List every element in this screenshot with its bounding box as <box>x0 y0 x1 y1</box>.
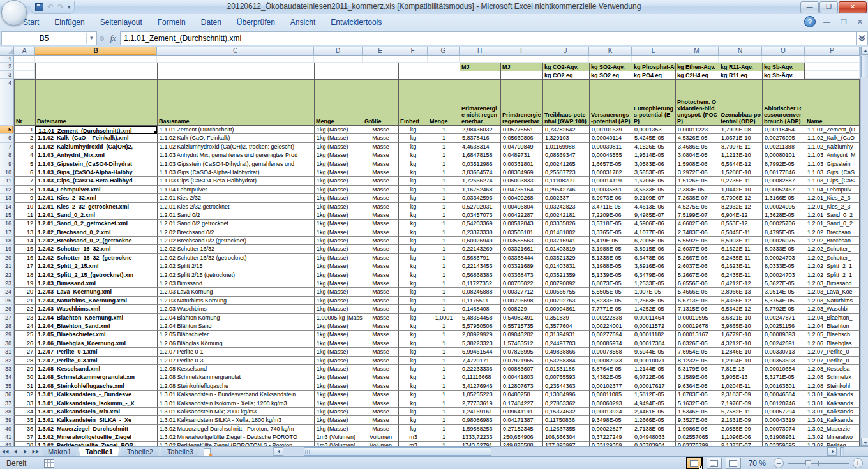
cell[interactable]: kg Sb-Äqv. <box>762 71 805 79</box>
insert-function-icon[interactable]: fx <box>106 32 120 45</box>
cell[interactable]: 1.2.05_Blaehsch <box>805 331 860 339</box>
cell[interactable]: 1kg (Masse) <box>314 357 363 365</box>
cell[interactable]: 1.3.01_Kalksands <box>805 408 860 416</box>
cell[interactable]: 1.2.02_Brechsand_0_2.xml <box>35 228 157 237</box>
cell[interactable]: Masse <box>363 331 398 339</box>
cell[interactable]: 0,00078558 <box>589 348 632 356</box>
cell[interactable]: 1kg (Masse) <box>314 382 363 391</box>
page-break-view-button[interactable] <box>726 458 741 469</box>
cell-header[interactable]: Treibhaus-potential (GWP 100) <box>542 79 589 126</box>
cell[interactable]: 1kg (Masse) <box>314 228 363 237</box>
cell[interactable]: 1.2.06 Blähglas Körnung <box>157 339 314 348</box>
cell[interactable]: 0,52702031 <box>460 203 500 211</box>
cell[interactable]: 5,2667E-06 <box>675 271 719 279</box>
zoom-out-icon[interactable]: – <box>774 458 784 468</box>
cell[interactable]: 0,00011182 <box>632 331 675 339</box>
column-header-J[interactable]: J <box>542 47 589 56</box>
cell[interactable]: 0,00101639 <box>589 126 632 134</box>
cell[interactable] <box>428 71 460 79</box>
cell[interactable] <box>805 63 860 71</box>
cell[interactable]: 0,04799849 <box>500 143 542 151</box>
cell[interactable]: kg <box>398 322 428 331</box>
cell[interactable]: kg <box>398 220 428 228</box>
cell[interactable]: 5,38223323 <box>460 339 500 348</box>
cell[interactable]: 1.1.03_Gips_(CaSO4-Beta-Halbhyd <box>35 177 157 185</box>
help-icon[interactable]: ? <box>804 16 816 27</box>
cell[interactable]: 1.1.03_Gips_(CaS <box>805 168 860 177</box>
cell[interactable]: 6,1622E-11 <box>719 245 762 253</box>
cell[interactable]: Masse <box>363 305 398 313</box>
cell[interactable]: 3,2972E-05 <box>675 168 719 177</box>
cell[interactable]: 0,00011572 <box>632 322 675 331</box>
cell[interactable]: 0,00706698 <box>500 297 542 305</box>
cell[interactable]: 0,00251156 <box>762 322 805 331</box>
cell[interactable]: 0,09641191 <box>500 408 542 416</box>
cell[interactable]: 1.1.02 Kalk (CaO; Feinkalk) <box>157 134 314 142</box>
cell[interactable]: 1.1.03 Gips (CaSO4-Beta-Halbhydrat) <box>157 177 314 185</box>
cell[interactable]: 0,00011085 <box>589 391 632 399</box>
cell[interactable]: 8,0333E-05 <box>762 262 805 271</box>
cell[interactable]: 1.2.01 Sand 0/2 <box>157 211 314 220</box>
record-macro-icon[interactable] <box>44 459 54 468</box>
cell[interactable]: 1.2.02_Splitt_2_1 <box>805 271 860 279</box>
cell[interactable]: 1 <box>14 126 35 134</box>
cell[interactable]: 1kg (Masse) <box>314 297 363 305</box>
cell[interactable]: 0,00120746 <box>762 399 805 408</box>
cell[interactable]: 3,9865E-10 <box>719 322 762 331</box>
cell[interactable]: 1.1.02_Kalk_(CaO__Feinkalk).xml <box>35 134 157 142</box>
cell[interactable]: 0,00512843 <box>500 220 542 228</box>
cell[interactable]: Masse <box>363 211 398 220</box>
cell[interactable]: 3,8915E-06 <box>632 245 675 253</box>
cell[interactable]: 1 <box>428 237 460 245</box>
cell[interactable]: 1kg (Masse) <box>314 391 363 399</box>
cell[interactable]: 1,7909E-08 <box>719 126 762 134</box>
cell[interactable]: 2,98436032 <box>460 126 500 134</box>
ribbon-tab-entwicklertools[interactable]: Entwicklertools <box>323 16 389 29</box>
cell[interactable]: 3,4382E-05 <box>589 373 632 382</box>
cell[interactable]: 1.2.01 Kies 2/32 <box>157 194 314 202</box>
cell[interactable]: 1,9986E-05 <box>675 425 719 433</box>
cell[interactable] <box>805 71 860 79</box>
cell[interactable] <box>398 56 428 63</box>
row-header-8[interactable]: 8 <box>0 151 14 160</box>
cell[interactable]: 0,03368444 <box>500 254 542 262</box>
cell[interactable] <box>363 56 398 63</box>
cell[interactable]: 7,7771E-05 <box>589 305 632 313</box>
cell[interactable]: 1.2.02_Splitt_2_15_(getrocknet).xm <box>35 271 157 279</box>
cell[interactable]: 0,00705022 <box>500 279 542 288</box>
cell[interactable]: kg Phosphat-Äqv. <box>632 63 675 71</box>
cell[interactable]: 0,00883607 <box>500 365 542 373</box>
cell[interactable]: 1,6657E-05 <box>589 160 632 168</box>
cell[interactable]: 0,17484227 <box>500 399 542 408</box>
cell[interactable]: 0,11108209 <box>542 177 589 185</box>
cell[interactable]: 1,05255223 <box>460 391 500 399</box>
cell[interactable]: 7,2209E-06 <box>589 211 632 220</box>
cell[interactable]: 1.1.04_Lehmpulver.xml <box>35 186 157 194</box>
cell[interactable]: kg <box>398 331 428 339</box>
cell[interactable]: 9,6364E-05 <box>675 382 719 391</box>
cell[interactable]: 0,00222838 <box>589 314 632 322</box>
row-header-15[interactable]: 15 <box>0 211 14 220</box>
cell[interactable]: 6,2435E-11 <box>719 271 762 279</box>
cell[interactable]: 1kg (Masse) <box>314 177 363 185</box>
cell[interactable]: Masse <box>363 151 398 160</box>
cell[interactable]: 23 <box>14 314 35 322</box>
cell[interactable]: 6,5903E-11 <box>719 237 762 245</box>
cell[interactable]: 1,0442E-10 <box>719 186 762 194</box>
row-header-17[interactable]: 17 <box>0 228 14 237</box>
cell[interactable]: 3,83664574 <box>460 168 500 177</box>
cell[interactable]: 16 <box>14 254 35 262</box>
cell[interactable]: Masse <box>363 245 398 253</box>
cell[interactable]: 0,37227249 <box>589 433 632 442</box>
cell[interactable]: 1,5346E-05 <box>675 408 719 416</box>
zoom-slider[interactable] <box>788 459 849 468</box>
cell[interactable]: 0,31394931 <box>542 331 589 339</box>
cell[interactable]: 6,9973E-06 <box>589 194 632 202</box>
cell[interactable]: 9 <box>14 194 35 202</box>
cell[interactable]: 0,00031782 <box>589 168 632 177</box>
cell[interactable]: 1.2.02_Splitt_2_1 <box>805 262 860 271</box>
row-header-4[interactable]: 4 <box>0 79 14 126</box>
row-header-10[interactable]: 10 <box>0 168 14 177</box>
cell[interactable]: 1 <box>428 177 460 185</box>
cell[interactable]: 1.1.04 Lehmpulver <box>157 186 314 194</box>
